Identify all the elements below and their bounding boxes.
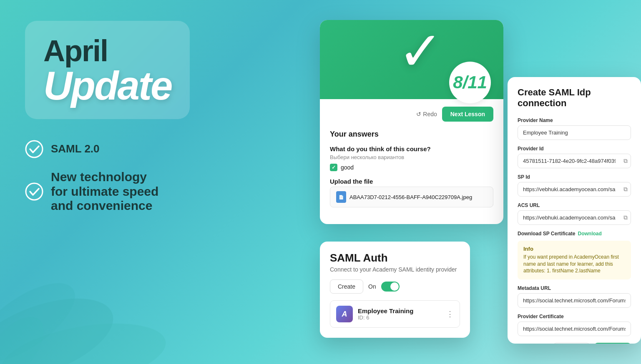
file-item: 📄 ABAA73D7-0212-4556-BAFF-A940C229709A.j… (330, 187, 493, 207)
cancel-button[interactable]: Cancel (553, 343, 591, 344)
download-sp-cert-row: Download SP Certificate Download (518, 231, 631, 237)
file-name: ABAA73D7-0212-4556-BAFF-A940C229709A.jpe… (349, 194, 472, 200)
info-box: Info If you want prepend in AcademyOcean… (518, 241, 631, 279)
title-card: April Update (25, 21, 190, 119)
form-group-sp-id: SP Id ⧉ (518, 174, 631, 197)
saml-auth-card: SAML Auth Connect to your Academy SAML i… (320, 242, 470, 338)
saml-auth-title: SAML Auth (330, 252, 460, 264)
question-text-2: Upload the file (330, 178, 493, 185)
on-label: On (368, 283, 376, 290)
toggle-on[interactable] (381, 282, 400, 292)
metadata-url-label: Metadata URL (518, 285, 631, 291)
create-saml-card: Create SAML Idp connection Provider Name… (508, 77, 641, 344)
checkbox-good-label: good (341, 164, 354, 171)
provider-cert-input[interactable] (518, 322, 631, 336)
feature-saml: SAML 2.0 (25, 140, 296, 158)
question-block-1: What do you think of this course? Выбери… (330, 145, 493, 171)
info-box-title: Info (523, 246, 625, 252)
provider-name: Employee Training (358, 307, 441, 314)
quiz-header: ✓ 8/11 (320, 20, 503, 99)
provider-logo-letter: A (342, 310, 347, 319)
create-button[interactable]: Create (594, 343, 631, 344)
copy-acs-url-button[interactable]: ⧉ (623, 214, 628, 221)
quiz-card: ✓ 8/11 ↺ Redo Next Lesson Your answers W… (320, 20, 503, 224)
file-icon: 📄 (336, 191, 346, 203)
checkbox-row: good (330, 164, 493, 171)
saml-provider-item: A Employee Training ID: 6 ⋮ (330, 300, 460, 328)
provider-id-input[interactable] (518, 154, 631, 168)
copy-provider-id-button[interactable]: ⧉ (623, 157, 628, 165)
checkbox-good[interactable] (330, 164, 337, 171)
redo-icon: ↺ (416, 111, 421, 117)
svg-point-5 (26, 183, 43, 200)
april-title: April (43, 36, 171, 66)
create-saml-title: Create SAML Idp connection (518, 87, 631, 109)
feature-tech-label: New technologyfor ultimate speedand conv… (51, 170, 158, 213)
right-section: ✓ 8/11 ↺ Redo Next Lesson Your answers W… (316, 0, 641, 364)
big-checkmark-icon: ✓ (398, 24, 443, 78)
form-group-metadata-url: Metadata URL (518, 285, 631, 308)
provider-cert-label: Provider Certificate (518, 314, 631, 319)
your-answers-label: Your answers (330, 130, 493, 139)
form-actions: Cancel Create (518, 343, 631, 344)
form-group-provider-cert: Provider Certificate (518, 314, 631, 336)
copy-sp-id-button[interactable]: ⧉ (623, 186, 628, 193)
metadata-url-input[interactable] (518, 293, 631, 308)
provider-info: Employee Training ID: 6 (358, 307, 441, 321)
features-list: SAML 2.0 New technologyfor ultimate spee… (25, 140, 296, 213)
saml-create-button[interactable]: Create (330, 279, 363, 294)
acs-url-input[interactable] (518, 210, 631, 225)
sp-id-label: SP Id (518, 174, 631, 180)
provider-menu-button[interactable]: ⋮ (446, 309, 454, 319)
provider-name-input[interactable] (518, 125, 631, 140)
sp-id-wrapper: ⧉ (518, 182, 631, 197)
provider-logo: A (336, 306, 353, 322)
provider-name-label: Provider Name (518, 117, 631, 123)
provider-id: ID: 6 (358, 314, 441, 321)
info-box-text: If you want prepend in AcademyOcean firs… (523, 254, 625, 274)
saml-auth-subtitle: Connect to your Academy SAML identity pr… (330, 266, 460, 273)
next-lesson-button[interactable]: Next Lesson (442, 107, 493, 122)
download-link[interactable]: Download (578, 231, 601, 237)
acs-url-wrapper: ⧉ (518, 210, 631, 225)
sp-id-input[interactable] (518, 182, 631, 197)
left-section: April Update SAML 2.0 New technologyfor … (0, 0, 321, 364)
redo-label: Redo (423, 111, 437, 117)
svg-point-4 (26, 141, 43, 157)
form-group-acs-url: ACS URL ⧉ (518, 202, 631, 225)
provider-id-label: Provider Id (518, 146, 631, 152)
saml-auth-controls: Create On (330, 279, 460, 294)
checkmark-icon-2 (25, 182, 43, 201)
form-group-provider-id: Provider Id ⧉ (518, 146, 631, 168)
feature-tech: New technologyfor ultimate speedand conv… (25, 170, 296, 213)
feature-saml-label: SAML 2.0 (51, 142, 100, 155)
question-block-2: Upload the file 📄 ABAA73D7-0212-4556-BAF… (330, 178, 493, 207)
redo-button[interactable]: ↺ Redo (416, 111, 437, 117)
question-text-1: What do you think of this course? (330, 145, 493, 152)
update-title: Update (43, 66, 171, 106)
provider-id-wrapper: ⧉ (518, 154, 631, 168)
download-sp-cert-label: Download SP Certificate (518, 231, 575, 237)
checkmark-icon (25, 140, 43, 158)
quiz-toolbar: ↺ Redo Next Lesson (320, 99, 503, 126)
acs-url-label: ACS URL (518, 202, 631, 208)
question-hint-1: Выбери несколько вариантов (330, 154, 493, 160)
quiz-body: Your answers What do you think of this c… (320, 126, 503, 224)
score-badge: 8/11 (449, 62, 491, 103)
form-group-provider-name: Provider Name (518, 117, 631, 140)
